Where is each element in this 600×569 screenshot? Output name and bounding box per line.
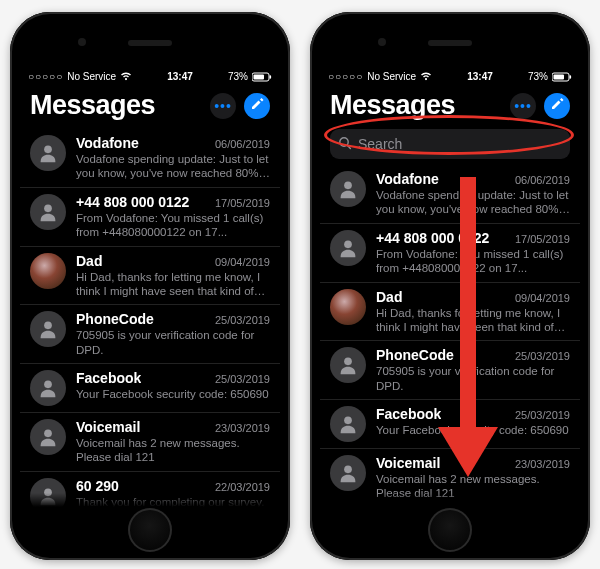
- svg-rect-11: [553, 74, 564, 79]
- date-label: 25/03/2019: [515, 350, 570, 362]
- conversation-row[interactable]: +44 808 000 012217/05/2019From Vodafone:…: [20, 188, 280, 247]
- avatar: [330, 347, 366, 383]
- avatar: [330, 230, 366, 266]
- row-body: Facebook25/03/2019Your Facebook security…: [376, 406, 570, 437]
- svg-line-14: [347, 145, 350, 148]
- conversation-row[interactable]: 60 29022/03/2019Thank you for completing…: [20, 472, 280, 507]
- sender-label: Facebook: [376, 406, 441, 422]
- conversation-row[interactable]: Facebook25/03/2019Your Facebook security…: [20, 364, 280, 413]
- carrier-label: No Service: [67, 71, 116, 82]
- conversation-list[interactable]: Vodafone06/06/2019Vodafone spending upda…: [320, 165, 580, 507]
- svg-point-18: [344, 416, 352, 424]
- conversation-list[interactable]: Vodafone06/06/2019Vodafone spending upda…: [20, 129, 280, 507]
- battery-icon: [252, 72, 272, 82]
- date-label: 23/03/2019: [515, 458, 570, 470]
- camera-dot: [78, 38, 86, 46]
- screen-left: ○○○○○ No Service 13:47 73% Messages •••: [20, 67, 280, 507]
- more-icon: •••: [514, 98, 532, 114]
- sender-label: 60 290: [76, 478, 119, 494]
- date-label: 23/03/2019: [215, 422, 270, 434]
- date-label: 25/03/2019: [215, 373, 270, 385]
- wifi-icon: [420, 72, 432, 81]
- avatar: [330, 406, 366, 442]
- svg-point-3: [44, 145, 52, 153]
- preview-text: From Vodafone: You missed 1 call(s) from…: [376, 247, 570, 276]
- compose-icon: [250, 97, 264, 115]
- preview-text: Hi Dad, thanks for letting me know, I th…: [76, 270, 270, 299]
- battery-percent: 73%: [228, 71, 248, 82]
- date-label: 17/05/2019: [515, 233, 570, 245]
- battery-percent: 73%: [528, 71, 548, 82]
- svg-point-16: [344, 240, 352, 248]
- conversation-row[interactable]: PhoneCode25/03/2019705905 is your verifi…: [320, 341, 580, 400]
- preview-text: Voicemail has 2 new messages. Please dia…: [76, 436, 270, 465]
- compose-button[interactable]: [244, 93, 270, 119]
- sender-label: Voicemail: [376, 455, 440, 471]
- avatar: [30, 135, 66, 171]
- svg-rect-1: [253, 74, 264, 79]
- search-input[interactable]: Search: [330, 129, 570, 159]
- row-body: PhoneCode25/03/2019705905 is your verifi…: [76, 311, 270, 357]
- sender-label: Dad: [76, 253, 102, 269]
- conversation-row[interactable]: Vodafone06/06/2019Vodafone spending upda…: [20, 129, 280, 188]
- preview-text: Vodafone spending update: Just to let yo…: [376, 188, 570, 217]
- row-body: Facebook25/03/2019Your Facebook security…: [76, 370, 270, 401]
- avatar: [30, 194, 66, 230]
- row-body: +44 808 000 012217/05/2019From Vodafone:…: [376, 230, 570, 276]
- sender-label: +44 808 000 0122: [376, 230, 489, 246]
- screen-right: ○○○○○ No Service 13:47 73% Messages •••: [320, 67, 580, 507]
- home-button[interactable]: [428, 508, 472, 552]
- preview-text: 705905 is your verification code for DPD…: [76, 328, 270, 357]
- date-label: 06/06/2019: [515, 174, 570, 186]
- sender-label: Dad: [376, 289, 402, 305]
- svg-point-6: [44, 380, 52, 388]
- status-bar: ○○○○○ No Service 13:47 73%: [320, 67, 580, 84]
- row-body: Voicemail23/03/2019Voicemail has 2 new m…: [376, 455, 570, 501]
- date-label: 17/05/2019: [215, 197, 270, 209]
- status-bar: ○○○○○ No Service 13:47 73%: [20, 67, 280, 84]
- signal-dots: ○○○○○: [28, 71, 63, 82]
- avatar: [330, 455, 366, 491]
- more-button[interactable]: •••: [510, 93, 536, 119]
- sender-label: +44 808 000 0122: [76, 194, 189, 210]
- svg-point-4: [44, 204, 52, 212]
- svg-point-19: [344, 465, 352, 473]
- page-title: Messages: [30, 90, 155, 121]
- date-label: 22/03/2019: [215, 481, 270, 493]
- clock: 13:47: [167, 71, 193, 82]
- svg-point-5: [44, 322, 52, 330]
- conversation-row[interactable]: Dad09/04/2019Hi Dad, thanks for letting …: [20, 247, 280, 306]
- conversation-row[interactable]: Voicemail23/03/2019Voicemail has 2 new m…: [20, 413, 280, 472]
- svg-point-7: [44, 429, 52, 437]
- compose-button[interactable]: [544, 93, 570, 119]
- svg-rect-2: [269, 75, 271, 79]
- conversation-row[interactable]: Voicemail23/03/2019Voicemail has 2 new m…: [320, 449, 580, 507]
- sender-label: Facebook: [76, 370, 141, 386]
- phone-left: ○○○○○ No Service 13:47 73% Messages •••: [10, 12, 290, 560]
- more-button[interactable]: •••: [210, 93, 236, 119]
- svg-point-8: [44, 488, 52, 496]
- preview-text: Voicemail has 2 new messages. Please dia…: [376, 472, 570, 501]
- header: Messages •••: [20, 84, 280, 129]
- conversation-row[interactable]: Dad09/04/2019Hi Dad, thanks for letting …: [320, 283, 580, 342]
- preview-text: Your Facebook security code: 650690: [376, 423, 570, 437]
- search-placeholder: Search: [358, 136, 402, 152]
- conversation-row[interactable]: PhoneCode25/03/2019705905 is your verifi…: [20, 305, 280, 364]
- clock: 13:47: [467, 71, 493, 82]
- conversation-row[interactable]: Vodafone06/06/2019Vodafone spending upda…: [320, 165, 580, 224]
- conversation-row[interactable]: Facebook25/03/2019Your Facebook security…: [320, 400, 580, 449]
- date-label: 25/03/2019: [215, 314, 270, 326]
- row-body: Vodafone06/06/2019Vodafone spending upda…: [376, 171, 570, 217]
- avatar: [330, 289, 366, 325]
- row-body: PhoneCode25/03/2019705905 is your verifi…: [376, 347, 570, 393]
- row-body: 60 29022/03/2019Thank you for completing…: [76, 478, 270, 507]
- avatar: [30, 419, 66, 455]
- conversation-row[interactable]: +44 808 000 012217/05/2019From Vodafone:…: [320, 224, 580, 283]
- phone-right: ○○○○○ No Service 13:47 73% Messages •••: [310, 12, 590, 560]
- svg-rect-12: [569, 75, 571, 79]
- row-body: Vodafone06/06/2019Vodafone spending upda…: [76, 135, 270, 181]
- wifi-icon: [120, 72, 132, 81]
- compose-icon: [550, 97, 564, 115]
- home-button[interactable]: [128, 508, 172, 552]
- avatar: [30, 478, 66, 507]
